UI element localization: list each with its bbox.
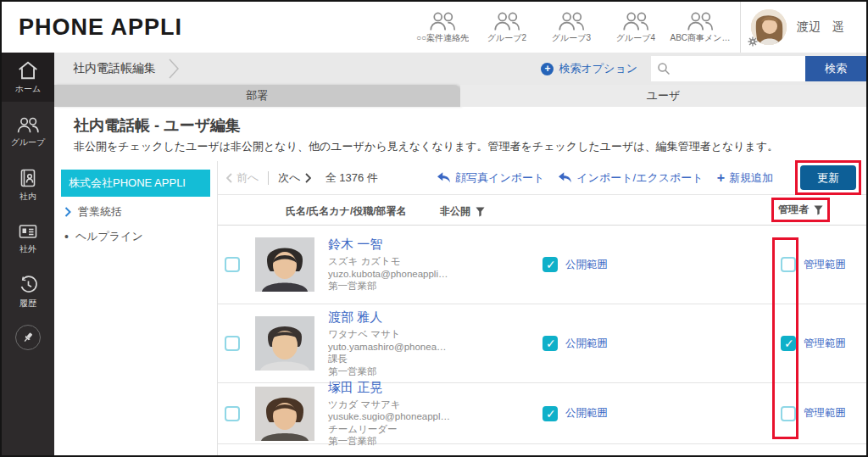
public-scope-label[interactable]: 公開範囲 xyxy=(565,337,608,351)
admin-header-annotation: 管理者 xyxy=(771,198,830,222)
user-email: yusuke.sugio@phoneappl… xyxy=(328,410,540,423)
tree-item-helpline[interactable]: • ヘルプライン xyxy=(61,221,210,246)
business-card-icon xyxy=(18,222,38,241)
user-name-link[interactable]: 鈴木 一智 xyxy=(328,237,540,253)
public-scope-label[interactable]: 公開範囲 xyxy=(565,406,608,421)
group-shortcut-1[interactable]: ○○案件連絡先 xyxy=(415,11,470,44)
home-icon xyxy=(17,60,39,81)
column-header-name: 氏名/氏名カナ/役職/部署名 xyxy=(286,204,407,219)
prev-page-button[interactable]: 前へ xyxy=(226,170,259,186)
filter-icon[interactable] xyxy=(814,205,823,215)
group-shortcut-label: ○○案件連絡先 xyxy=(416,32,469,44)
group-shortcut-2[interactable]: グループ2 xyxy=(479,11,535,44)
bullet-icon: • xyxy=(64,232,69,241)
user-title: 課長 xyxy=(328,353,540,365)
admin-scope-label[interactable]: 管理範囲 xyxy=(804,406,846,421)
pagination: 前へ 次へ 全 1376 件 xyxy=(226,170,378,186)
filter-icon[interactable] xyxy=(476,207,485,217)
pin-sidebar-button[interactable] xyxy=(15,325,41,350)
user-kana: ワタナベ マサト xyxy=(328,328,540,341)
user-name: 渡辺 遥 xyxy=(797,20,844,35)
update-button[interactable]: 更新 xyxy=(800,165,856,190)
people-icon xyxy=(620,11,651,31)
user-email: yuzo.kubota@phoneappli… xyxy=(328,268,540,281)
app-logo: PHONE APPLI xyxy=(2,14,182,41)
update-button-annotation: 更新 xyxy=(795,160,861,195)
breadcrumb-bar: 社内電話帳編集 + 検索オプション xyxy=(54,53,866,85)
people-icon xyxy=(15,116,41,134)
sidebar-item-label: 社外 xyxy=(19,243,36,255)
org-tree-panel: 株式会社PHONE APPLI 営業統括 • ヘルプライン xyxy=(54,161,218,455)
sidebar-item-external[interactable]: 社外 xyxy=(2,215,54,262)
photo-import-link[interactable]: 顔写真インポート xyxy=(437,170,544,186)
row-select-checkbox[interactable] xyxy=(225,257,240,272)
user-department: 第一営業部 xyxy=(328,435,540,448)
column-header-admin[interactable]: 管理者 xyxy=(778,203,809,217)
chevron-right-icon xyxy=(168,58,180,80)
sidebar-item-label: 履歴 xyxy=(19,298,36,309)
search-button[interactable]: 検索 xyxy=(805,56,866,81)
tab-department[interactable]: 部署 xyxy=(54,85,460,107)
public-scope-checkbox[interactable] xyxy=(542,336,558,351)
next-page-button[interactable]: 次へ xyxy=(278,170,310,186)
admin-scope-checkbox[interactable] xyxy=(781,336,796,351)
row-select-checkbox[interactable] xyxy=(225,406,240,421)
tree-item-sales[interactable]: 営業統括 xyxy=(61,197,210,221)
search-box xyxy=(651,56,805,81)
tab-user[interactable]: ユーザ xyxy=(460,85,866,107)
sidebar-item-group[interactable]: グループ xyxy=(2,109,54,155)
admin-scope-checkbox[interactable] xyxy=(781,257,796,272)
user-email: yuto.yamashiro@phonea… xyxy=(328,341,540,354)
admin-scope-label[interactable]: 管理範囲 xyxy=(804,258,846,272)
page-description: 非公開をチェックしたユーザは非公開となり、他のユーザから見えなくなります。管理者… xyxy=(54,139,866,161)
tree-item-label: 営業統括 xyxy=(78,204,122,220)
public-scope-label[interactable]: 公開範囲 xyxy=(565,258,608,272)
sidebar-item-internal[interactable]: 社内 xyxy=(2,160,54,209)
sidebar-item-home[interactable]: ホーム xyxy=(2,53,54,102)
public-scope-checkbox[interactable] xyxy=(542,406,558,421)
group-shortcut-label: グループ4 xyxy=(616,32,655,44)
pushpin-icon xyxy=(22,332,34,343)
user-department: 第一営業部 xyxy=(328,365,540,378)
people-icon xyxy=(427,11,458,31)
user-photo xyxy=(255,316,314,371)
group-shortcut-5[interactable]: ABC商事メン… xyxy=(672,11,728,44)
gear-icon[interactable] xyxy=(748,36,758,47)
sidebar-nav: ホーム グループ 社内 xyxy=(2,53,54,455)
total-count: 全 1376 件 xyxy=(326,170,378,186)
sidebar-item-history[interactable]: 履歴 xyxy=(2,267,54,316)
user-kana: スズキ カズトモ xyxy=(328,255,540,268)
table-row: 鈴木 一智 スズキ カズトモ yuzo.kubota@phoneappli… 第… xyxy=(218,226,866,304)
tab-bar: 部署 ユーザ xyxy=(54,85,866,107)
row-select-checkbox[interactable] xyxy=(225,336,240,351)
sidebar-item-label: ホーム xyxy=(15,83,41,95)
user-menu[interactable]: 渡辺 遥 xyxy=(741,9,866,45)
group-shortcut-label: グループ2 xyxy=(487,32,526,44)
admin-scope-checkbox[interactable] xyxy=(781,406,796,421)
search-input[interactable] xyxy=(670,63,798,75)
public-scope-checkbox[interactable] xyxy=(542,257,558,272)
import-arrow-icon xyxy=(437,171,451,184)
search-options-toggle[interactable]: + 検索オプション xyxy=(541,61,637,76)
column-header-private[interactable]: 非公開 xyxy=(440,204,485,219)
import-export-link[interactable]: インポート/エクスポート xyxy=(558,170,703,186)
user-list-panel: 前へ 次へ 全 1376 件 xyxy=(218,161,866,455)
add-new-link[interactable]: + 新規追加 xyxy=(717,170,773,186)
top-bar: PHONE APPLI ○○案件連絡先 グループ2 xyxy=(2,2,866,53)
tree-item-company[interactable]: 株式会社PHONE APPLI xyxy=(61,170,210,197)
admin-scope-label[interactable]: 管理範囲 xyxy=(804,337,846,351)
table-row: 塚田 正晃 ツカダ マサアキ yusuke.sugio@phoneappl… チ… xyxy=(218,383,866,444)
people-icon xyxy=(492,11,522,31)
user-kana: ツカダ マサアキ xyxy=(328,398,540,411)
table-row: 渡部 雅人 ワタナベ マサト yuto.yamashiro@phonea… 課長… xyxy=(218,304,866,383)
group-shortcut-3[interactable]: グループ3 xyxy=(543,11,599,44)
group-shortcut-4[interactable]: グループ4 xyxy=(608,11,664,44)
group-shortcut-label: グループ3 xyxy=(552,32,591,44)
people-icon xyxy=(685,11,715,31)
breadcrumb[interactable]: 社内電話帳編集 xyxy=(73,61,156,76)
tree-item-label: ヘルプライン xyxy=(75,229,143,244)
user-name-link[interactable]: 塚田 正晃 xyxy=(328,380,540,396)
user-name-link[interactable]: 渡部 雅人 xyxy=(328,309,540,326)
plus-icon: + xyxy=(717,173,725,183)
user-department: 第一営業部 xyxy=(328,280,540,293)
